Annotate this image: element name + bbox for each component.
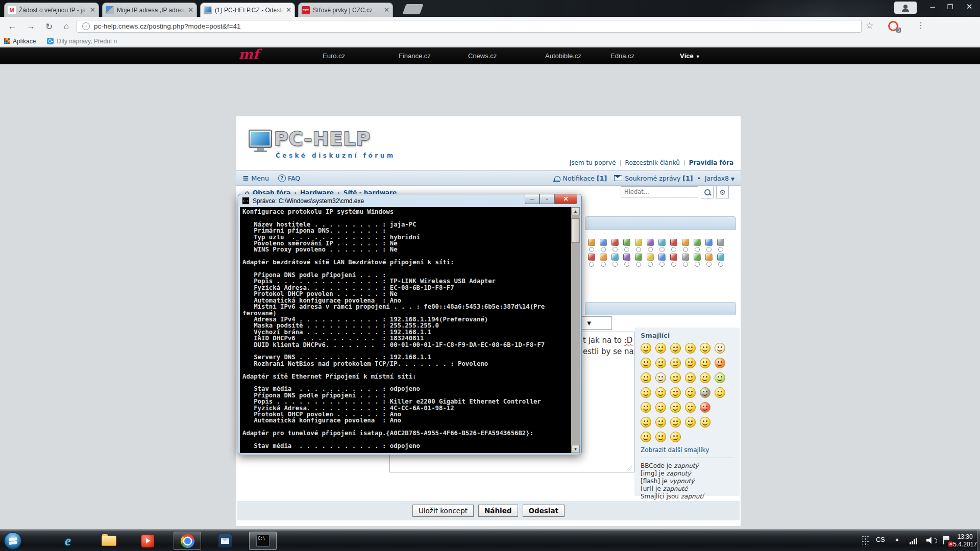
- forward-button[interactable]: →: [24, 20, 37, 33]
- smiley-icon[interactable]: [670, 432, 681, 442]
- smiley-icon[interactable]: [685, 387, 696, 398]
- tab-close-icon[interactable]: ✕: [286, 7, 291, 13]
- scroll-down-icon[interactable]: ▼: [571, 445, 580, 453]
- textarea-resize-handle[interactable]: [626, 465, 631, 470]
- taskbar-cmd-button[interactable]: C:\: [249, 532, 277, 550]
- faq-link[interactable]: ?FAQ: [278, 174, 300, 182]
- topic-icon-radio[interactable]: [636, 262, 641, 267]
- smiley-icon[interactable]: [715, 387, 725, 398]
- cmd-close-button[interactable]: ✕: [554, 194, 577, 204]
- cmd-minimize-button[interactable]: ─: [525, 194, 540, 204]
- private-messages-link[interactable]: Soukromé zprávy: [625, 174, 680, 182]
- smiley-icon[interactable]: [670, 417, 681, 428]
- tab-close-icon[interactable]: ✕: [188, 7, 193, 13]
- topic-icon-radio[interactable]: [671, 247, 676, 252]
- tray-expand-icon[interactable]: ▲: [895, 537, 899, 542]
- smiley-icon[interactable]: [641, 343, 651, 354]
- smiley-icon[interactable]: [700, 417, 710, 428]
- home-button[interactable]: ⌂: [60, 20, 72, 33]
- taskbar-ie-button[interactable]: e: [54, 532, 82, 550]
- smiley-icon[interactable]: [655, 372, 666, 383]
- bookmark-star-icon[interactable]: ☆: [866, 20, 873, 31]
- smiley-icon[interactable]: [670, 343, 681, 354]
- smiley-icon[interactable]: [715, 343, 725, 354]
- smiley-icon[interactable]: [655, 432, 666, 442]
- new-tab-button[interactable]: [402, 4, 423, 14]
- nav-link[interactable]: Edna.cz: [610, 52, 634, 60]
- smiley-icon[interactable]: [715, 358, 725, 368]
- show-desktop-button[interactable]: [977, 530, 980, 551]
- taskbar-chrome-button[interactable]: [174, 532, 201, 550]
- topic-icon-radio[interactable]: [601, 247, 606, 252]
- bookmark-item[interactable]: Díly nápravy, Přední n: [47, 38, 117, 45]
- smiley-icon[interactable]: [641, 387, 651, 398]
- topic-icon-radio[interactable]: [624, 247, 629, 252]
- taskbar-explorer-button[interactable]: [95, 532, 122, 550]
- nav-link[interactable]: Autobible.cz: [545, 52, 581, 60]
- topic-icon-radio[interactable]: [683, 262, 688, 267]
- topic-icon-radio[interactable]: [695, 247, 700, 252]
- console-scrollbar[interactable]: ▲ ▼: [571, 207, 580, 453]
- nav-link[interactable]: Finance.cz: [399, 52, 431, 60]
- smiley-icon[interactable]: [700, 358, 710, 368]
- topic-icon-radio[interactable]: [612, 262, 618, 267]
- browser-menu-icon[interactable]: ⋮: [917, 20, 925, 30]
- notifications-count[interactable]: [1]: [597, 174, 607, 182]
- smiley-icon[interactable]: [641, 358, 651, 368]
- scroll-up-icon[interactable]: ▲: [571, 207, 580, 215]
- tab-close-icon[interactable]: ✕: [384, 7, 389, 13]
- forum-logo-title[interactable]: PC-HELP: [274, 128, 371, 150]
- topic-icon-radio[interactable]: [683, 247, 688, 252]
- nav-link[interactable]: Cnews.cz: [468, 52, 497, 60]
- smiley-icon[interactable]: [670, 372, 681, 383]
- topic-icon-radio[interactable]: [636, 247, 641, 252]
- mf-logo[interactable]: mf: [238, 47, 259, 62]
- username-menu[interactable]: Jardax8▼: [705, 174, 734, 182]
- topic-icon-radio[interactable]: [695, 262, 700, 267]
- smiley-icon[interactable]: [641, 432, 651, 442]
- topic-icon-radio[interactable]: [706, 247, 712, 252]
- notifications-link[interactable]: Notifikace: [563, 174, 595, 182]
- topic-icon-radio[interactable]: [706, 262, 712, 267]
- browser-tab[interactable]: Moje IP adresa ,IP adresa✕: [102, 3, 197, 17]
- taskbar-clock[interactable]: 13:30 5.4.2017: [953, 533, 977, 548]
- search-settings-button[interactable]: ⚙: [716, 186, 729, 198]
- nav-link[interactable]: Euro.cz: [323, 52, 345, 60]
- profile-button[interactable]: [894, 2, 917, 14]
- smiley-icon[interactable]: [670, 402, 681, 413]
- smiley-icon[interactable]: [685, 358, 696, 368]
- smiley-icon[interactable]: [641, 372, 651, 383]
- preview-button[interactable]: Náhled: [478, 505, 518, 517]
- topic-icon-radio[interactable]: [589, 262, 594, 267]
- smiley-icon[interactable]: [700, 343, 710, 354]
- restore-button[interactable]: ❐: [941, 0, 959, 13]
- address-bar[interactable]: i pc-help.cnews.cz/posting.php?mode=post…: [77, 20, 862, 33]
- extension-icon[interactable]: 3: [888, 21, 898, 31]
- reload-button[interactable]: ↻: [43, 20, 55, 33]
- smiley-icon[interactable]: [655, 343, 666, 354]
- smiley-icon[interactable]: [641, 417, 651, 428]
- menu-button[interactable]: ≡Menu: [242, 173, 269, 183]
- header-link[interactable]: Jsem tu poprvé: [570, 159, 616, 166]
- search-button[interactable]: [701, 186, 714, 198]
- pm-count[interactable]: [1]: [682, 174, 693, 182]
- browser-tab[interactable]: CZCSíťové prvky | CZC.cz✕: [298, 3, 393, 17]
- minimize-button[interactable]: ─: [924, 0, 941, 13]
- smiley-icon[interactable]: [670, 387, 681, 398]
- smiley-icon[interactable]: [655, 387, 666, 398]
- smiley-icon[interactable]: [700, 387, 710, 398]
- smiley-icon[interactable]: [685, 372, 696, 383]
- smiley-icon[interactable]: [685, 343, 696, 354]
- browser-tab[interactable]: (1) PC-HELP.CZ - Odeslat✕: [200, 3, 295, 17]
- smiley-icon[interactable]: [655, 417, 666, 428]
- submit-button[interactable]: Odeslat: [523, 505, 565, 517]
- topic-icon-radio[interactable]: [659, 262, 665, 267]
- topic-icon-radio[interactable]: [659, 247, 665, 252]
- back-button[interactable]: ←: [6, 20, 18, 33]
- apps-shortcut[interactable]: Aplikace: [4, 38, 36, 45]
- search-input[interactable]: [621, 186, 698, 197]
- smiley-icon[interactable]: [670, 358, 681, 368]
- smiley-icon[interactable]: [655, 358, 666, 368]
- topic-icon-radio[interactable]: [648, 247, 653, 252]
- topic-icon-radio[interactable]: [601, 262, 606, 267]
